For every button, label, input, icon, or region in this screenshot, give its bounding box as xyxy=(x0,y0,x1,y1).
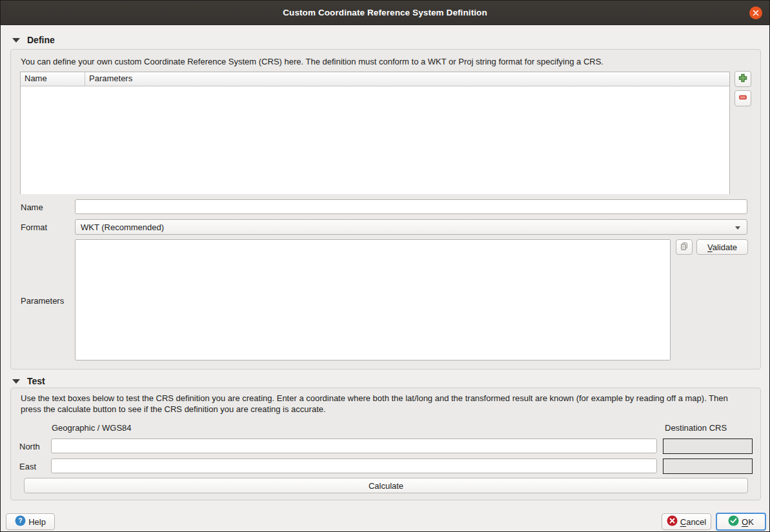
column-header-parameters[interactable]: Parameters xyxy=(85,72,729,86)
calculate-button[interactable]: Calculate xyxy=(24,478,748,493)
title-bar[interactable]: Custom Coordinate Reference System Defin… xyxy=(1,1,769,25)
help-button[interactable]: ? Help xyxy=(6,513,55,530)
north-destination-output xyxy=(663,438,753,454)
parameters-label: Parameters xyxy=(21,296,64,306)
east-input[interactable] xyxy=(51,458,657,473)
calculate-button-label: Calculate xyxy=(369,481,403,491)
minus-icon xyxy=(738,92,748,104)
column-header-name[interactable]: Name xyxy=(21,72,85,86)
svg-text:?: ? xyxy=(18,517,22,524)
cancel-button[interactable]: Cancel xyxy=(662,513,711,530)
crs-table-body[interactable] xyxy=(21,86,729,194)
crs-list-table[interactable]: Name Parameters xyxy=(20,72,730,194)
cancel-icon xyxy=(667,515,678,528)
test-groupbox: Use the text boxes below to test the CRS… xyxy=(10,388,761,500)
test-description: Use the text boxes below to test the CRS… xyxy=(21,393,751,415)
close-button[interactable] xyxy=(749,6,762,19)
chevron-down-icon xyxy=(735,226,740,230)
define-section-toggle[interactable]: Define xyxy=(12,35,55,45)
validate-button-label: Validate xyxy=(707,242,737,252)
dialog-title: Custom Coordinate Reference System Defin… xyxy=(283,8,487,17)
add-crs-button[interactable] xyxy=(735,71,751,87)
ok-check-icon xyxy=(728,515,739,528)
ok-button[interactable]: OK xyxy=(716,513,766,531)
collapse-arrow-icon xyxy=(12,379,20,384)
name-label: Name xyxy=(21,202,43,212)
crs-table-header: Name Parameters xyxy=(21,72,729,86)
cancel-button-label: Cancel xyxy=(680,517,706,527)
north-input[interactable] xyxy=(51,438,657,453)
custom-crs-dialog: Custom Coordinate Reference System Defin… xyxy=(0,0,770,532)
remove-crs-button[interactable] xyxy=(735,90,751,106)
east-destination-output xyxy=(663,458,753,474)
parameters-textarea[interactable] xyxy=(75,239,671,360)
destination-crs-label: Destination CRS xyxy=(665,423,727,433)
format-label: Format xyxy=(21,222,47,232)
ok-button-label: OK xyxy=(742,517,754,527)
plus-icon xyxy=(738,73,748,85)
help-button-label: Help xyxy=(28,517,46,527)
define-groupbox: You can define your own custom Coordinat… xyxy=(10,49,761,369)
format-selected-value: WKT (Recommended) xyxy=(81,222,164,232)
east-label: East xyxy=(19,462,36,471)
copy-icon xyxy=(680,242,689,253)
define-description: You can define your own custom Coordinat… xyxy=(21,57,751,68)
collapse-arrow-icon xyxy=(12,38,20,43)
source-crs-label: Geographic / WGS84 xyxy=(52,423,132,433)
close-icon xyxy=(753,10,759,16)
test-section-toggle[interactable]: Test xyxy=(12,376,45,386)
crs-name-input[interactable] xyxy=(75,199,747,214)
help-icon: ? xyxy=(15,515,26,528)
validate-button[interactable]: Validate xyxy=(696,239,748,255)
define-section-title: Define xyxy=(27,35,55,45)
test-section-title: Test xyxy=(27,376,45,386)
copy-parameters-button[interactable] xyxy=(676,239,693,255)
north-label: North xyxy=(19,442,40,451)
format-dropdown[interactable]: WKT (Recommended) xyxy=(75,219,747,235)
